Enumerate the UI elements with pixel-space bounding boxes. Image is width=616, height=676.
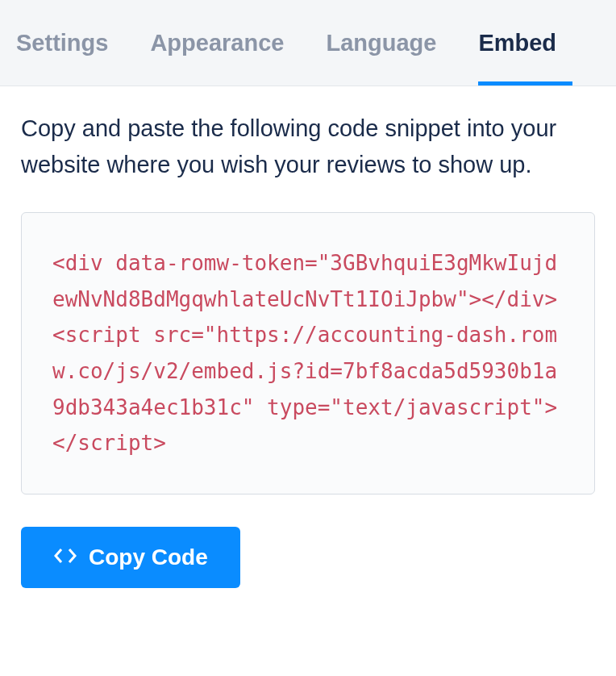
tab-settings[interactable]: Settings	[16, 0, 108, 86]
code-snippet-text: <div data-romw-token="3GBvhquiE3gMkwIujd…	[52, 245, 564, 461]
tab-language[interactable]: Language	[326, 0, 436, 86]
instruction-text: Copy and paste the following code snippe…	[21, 111, 595, 183]
code-icon	[53, 545, 77, 570]
code-snippet-box[interactable]: <div data-romw-token="3GBvhquiE3gMkwIujd…	[21, 212, 595, 494]
tab-appearance[interactable]: Appearance	[150, 0, 284, 86]
tab-embed[interactable]: Embed	[478, 0, 556, 86]
copy-code-button[interactable]: Copy Code	[21, 527, 240, 588]
embed-content: Copy and paste the following code snippe…	[0, 86, 616, 588]
tab-bar: Settings Appearance Language Embed	[0, 0, 616, 86]
copy-code-label: Copy Code	[89, 545, 208, 570]
